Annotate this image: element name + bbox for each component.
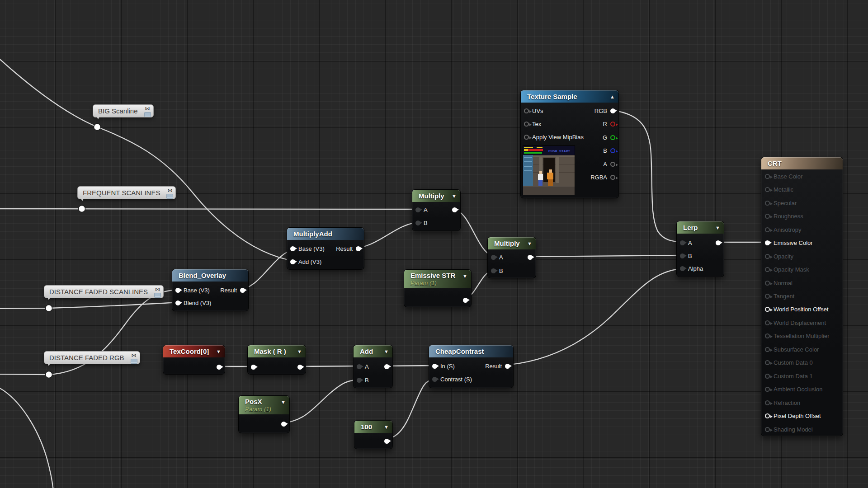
- pin-input[interactable]: [251, 365, 256, 370]
- pin-b[interactable]: [610, 148, 615, 153]
- pin-blend-v3[interactable]: [175, 300, 180, 305]
- dropdown-arrow-icon[interactable]: ▼: [715, 225, 720, 230]
- pin-apply-view-mipbias[interactable]: [524, 135, 529, 140]
- pin-rgba[interactable]: [610, 175, 615, 180]
- reroute-pin-icon: ⋈: [167, 188, 172, 193]
- wire-texturesample-rgb-to-lerp-a: [612, 110, 684, 242]
- pin-output[interactable]: [452, 207, 457, 212]
- pin-custom-data-0[interactable]: [765, 360, 770, 365]
- pin-subsurface-color[interactable]: [765, 347, 770, 352]
- pin-base-v3[interactable]: [175, 288, 180, 293]
- pin-emissive-color[interactable]: [765, 240, 770, 245]
- pin-uvs[interactable]: [524, 108, 529, 113]
- reroute-label-distance-faded-rgb[interactable]: DISTANCE FADED RGB ⋈: [44, 351, 140, 364]
- pin-result[interactable]: [505, 364, 510, 369]
- node-crt-material-result[interactable]: CRT Base Color Metallic Specular Roughne…: [761, 157, 843, 436]
- pin-tex[interactable]: [524, 122, 529, 127]
- pin-b[interactable]: [357, 378, 362, 383]
- pin-contrast-s[interactable]: [432, 377, 437, 382]
- reroute-label-text: DISTANCE FADED RGB: [49, 354, 124, 361]
- pin-output[interactable]: [281, 422, 286, 427]
- node-title: Texture Sample: [527, 93, 577, 100]
- pin-result[interactable]: [240, 288, 245, 293]
- pin-output[interactable]: [217, 365, 222, 370]
- node-multiply-1[interactable]: Multiply▼ A B: [412, 189, 461, 231]
- pin-result[interactable]: [356, 246, 361, 251]
- dropdown-arrow-icon[interactable]: ▼: [384, 349, 389, 354]
- pin-shading-model[interactable]: [765, 427, 770, 432]
- dropdown-arrow-icon[interactable]: ▼: [297, 349, 302, 354]
- pin-g[interactable]: [610, 135, 615, 140]
- node-multiply-2[interactable]: Multiply▼ A B: [487, 237, 536, 278]
- graph-canvas[interactable]: { "app": "material-node-graph", "icons":…: [0, 0, 868, 488]
- pin-anisotropy[interactable]: [765, 227, 770, 232]
- pin-ambient-occlusion[interactable]: [765, 387, 770, 392]
- reroute-dot-distance-faded-rgb[interactable]: [46, 371, 52, 378]
- pin-roughness[interactable]: [765, 214, 770, 219]
- node-emissive-str[interactable]: Emissive STRParam (1)▼: [404, 269, 472, 307]
- pin-normal[interactable]: [765, 281, 770, 286]
- pin-world-position-offset[interactable]: [765, 307, 770, 312]
- dropdown-arrow-icon[interactable]: ▼: [527, 241, 532, 246]
- node-texcoord[interactable]: TexCoord[0]▼: [163, 345, 225, 375]
- pin-output[interactable]: [716, 240, 721, 245]
- collapse-arrow-icon[interactable]: ▲: [610, 94, 615, 99]
- reroute-label-distance-faded-scanlines[interactable]: DISTANCE FADED SCANLINES ⋈: [44, 285, 164, 298]
- pin-base-v3[interactable]: [290, 246, 295, 251]
- node-constant-100[interactable]: 100▼: [354, 420, 393, 449]
- pin-a[interactable]: [610, 162, 615, 167]
- wire-frequent-scanlines-to-multiply-a: [0, 209, 418, 209]
- node-cheapcontrast[interactable]: CheapContrast In (S) Contrast (S) Result: [429, 345, 514, 388]
- pin-a[interactable]: [357, 364, 362, 369]
- pin-a[interactable]: [491, 255, 496, 260]
- pin-b[interactable]: [680, 253, 685, 258]
- pin-refraction[interactable]: [765, 400, 770, 405]
- dropdown-arrow-icon[interactable]: ▼: [384, 424, 389, 430]
- reroute-label-frequent-scanlines[interactable]: FREQUENT SCANLINES ⋈: [77, 186, 176, 199]
- pin-r[interactable]: [610, 122, 615, 127]
- reroute-label-big-scanline[interactable]: BIG Scanline ⋈: [93, 104, 154, 117]
- pin-base-color[interactable]: [765, 174, 770, 179]
- dropdown-arrow-icon[interactable]: ▼: [216, 349, 221, 354]
- pin-output[interactable]: [528, 255, 533, 260]
- pin-custom-data-1[interactable]: [765, 374, 770, 379]
- pin-a[interactable]: [680, 240, 685, 245]
- pin-rgb[interactable]: [610, 108, 615, 113]
- reroute-pin-icon: ⋈: [145, 106, 150, 111]
- dropdown-arrow-icon[interactable]: ▼: [462, 273, 467, 279]
- pin-alpha[interactable]: [680, 266, 685, 271]
- node-blend-overlay[interactable]: Blend_Overlay Base (V3) Blend (V3) Resul…: [172, 269, 249, 311]
- dropdown-arrow-icon[interactable]: ▼: [452, 193, 457, 199]
- pin-a[interactable]: [415, 207, 420, 212]
- pin-b[interactable]: [491, 268, 496, 273]
- pin-add-v3[interactable]: [290, 259, 295, 264]
- pin-tessellation-multiplier[interactable]: [765, 333, 770, 338]
- pin-tangent[interactable]: [765, 294, 770, 299]
- pin-world-displacement[interactable]: [765, 320, 770, 325]
- node-multiplyadd[interactable]: MultiplyAdd Base (V3) Add (V3) Result: [287, 227, 364, 270]
- node-title: Multiply: [494, 239, 520, 247]
- node-posx[interactable]: PosXParam (1)▼: [238, 395, 290, 433]
- pin-output[interactable]: [463, 298, 468, 303]
- pin-metallic[interactable]: [765, 187, 770, 192]
- node-mask-r[interactable]: Mask ( R )▼: [247, 345, 306, 375]
- pin-opacity[interactable]: [765, 254, 770, 259]
- reroute-label-text: BIG Scanline: [98, 107, 138, 115]
- pin-opacity-mask[interactable]: [765, 267, 770, 272]
- node-texture-sample[interactable]: Texture Sample▲ UVs Tex Apply View MipBi…: [520, 90, 619, 198]
- pin-output[interactable]: [384, 439, 389, 444]
- pin-in-s[interactable]: [432, 364, 437, 369]
- pin-specular[interactable]: [765, 201, 770, 206]
- pin-b[interactable]: [415, 221, 420, 225]
- dropdown-arrow-icon[interactable]: ▼: [281, 399, 286, 405]
- reroute-dot-big-scanline[interactable]: [94, 124, 101, 131]
- reroute-dot-distance-faded-scanlines[interactable]: [46, 305, 52, 312]
- reroute-dot-frequent-scanlines[interactable]: [79, 206, 85, 212]
- node-lerp[interactable]: Lerp▼ A B Alpha: [676, 221, 724, 277]
- pin-output[interactable]: [297, 365, 302, 370]
- node-add[interactable]: Add▼ A B: [353, 345, 393, 388]
- pin-pixel-depth-offset[interactable]: [765, 413, 770, 418]
- wire-big-scanline-to-multiplyadd: [0, 57, 295, 261]
- pin-output[interactable]: [384, 364, 389, 369]
- wire-multiply2-to-lerp-b: [528, 255, 684, 257]
